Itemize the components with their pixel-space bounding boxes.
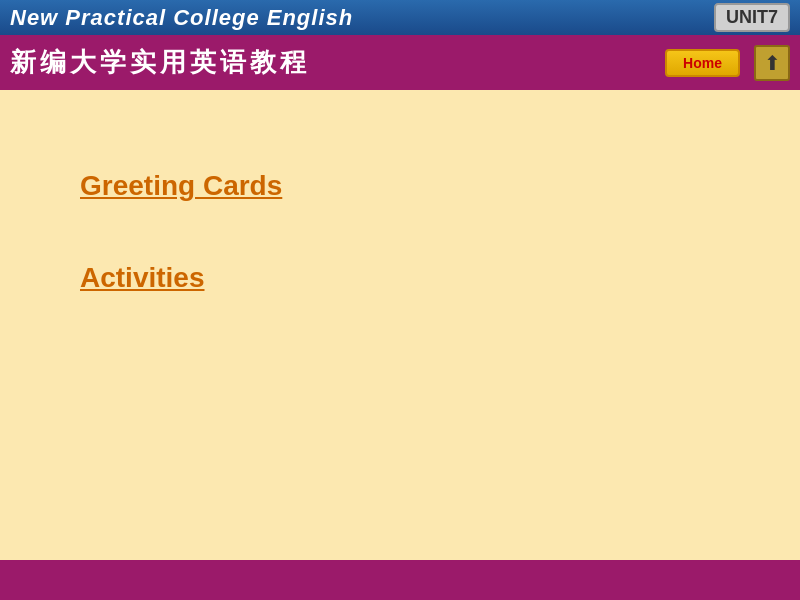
app-title-english: New Practical College English (10, 5, 353, 31)
home-button-container: Home (665, 49, 740, 77)
greeting-cards-link[interactable]: Greeting Cards (80, 170, 740, 202)
header-bottom-bar: 新编大学实用英语教程 Home ⬆ (0, 35, 800, 90)
upload-icon: ⬆ (764, 53, 781, 73)
home-button[interactable]: Home (665, 49, 740, 77)
main-content: Greeting Cards Activities (0, 90, 800, 560)
upload-button[interactable]: ⬆ (754, 45, 790, 81)
footer (0, 560, 800, 600)
header: New Practical College English UNIT7 新编大学… (0, 0, 800, 90)
unit-badge: UNIT7 (714, 3, 790, 32)
app-title-chinese: 新编大学实用英语教程 (10, 45, 310, 80)
activities-link[interactable]: Activities (80, 262, 740, 294)
header-top-bar: New Practical College English UNIT7 (0, 0, 800, 35)
